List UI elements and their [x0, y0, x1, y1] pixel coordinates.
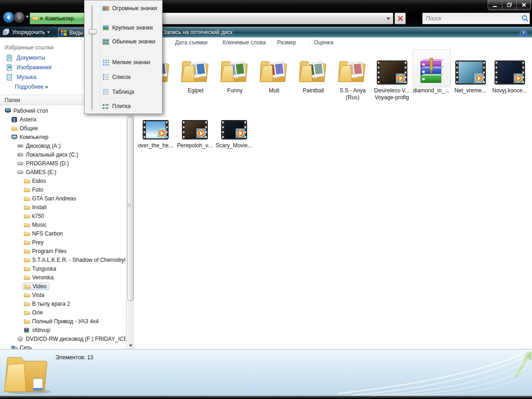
file-list-area: ClubEgipetFunnyMultPaintballS.S - Anya (…: [134, 48, 532, 350]
tree-item[interactable]: Сеть: [0, 343, 126, 350]
stop-button[interactable]: [394, 12, 406, 24]
column-header-1[interactable]: Дата съемки: [169, 37, 217, 48]
file-icon-box[interactable]: [215, 50, 254, 86]
file-icon-box[interactable]: [175, 117, 214, 141]
views-menu-item-6[interactable]: Таблица: [100, 87, 162, 97]
file-icon-box[interactable]: [451, 50, 490, 86]
minimize-button[interactable]: [488, 0, 502, 10]
column-header-label: Оценка: [314, 39, 333, 46]
file-item[interactable]: Net_vreme...: [451, 50, 490, 94]
search-input[interactable]: [423, 15, 520, 22]
views-menu-item-1[interactable]: Огромные значки: [100, 4, 162, 13]
tree-item[interactable]: Оля: [0, 308, 126, 317]
folder-icon: [24, 213, 30, 219]
tree-item[interactable]: Install: [0, 203, 126, 212]
tree-item-selected[interactable]: Video: [23, 283, 49, 290]
column-header-4[interactable]: Оценка: [308, 37, 355, 48]
tree-item[interactable]: Общие: [0, 124, 126, 133]
file-icon-box[interactable]: [411, 50, 451, 86]
file-item[interactable]: Funny: [215, 50, 254, 94]
tree-item[interactable]: Tunguska: [0, 264, 126, 273]
views-slider-thumb[interactable]: [88, 29, 97, 35]
tree-item[interactable]: Prey: [0, 238, 126, 247]
tree-item[interactable]: Program Files: [0, 247, 126, 255]
file-icon-box[interactable]: [136, 117, 175, 141]
file-item[interactable]: Novyj.konce...: [490, 50, 529, 94]
views-menu-item-3[interactable]: Обычные значки: [100, 37, 162, 46]
file-item[interactable]: Egipet: [176, 50, 215, 94]
tree-item[interactable]: Video: [0, 282, 126, 290]
tree-item[interactable]: PROGRAMS (D:): [0, 159, 126, 168]
favorites-more-link[interactable]: Подробнее »: [15, 84, 48, 90]
file-icon-box[interactable]: [254, 50, 294, 86]
tree-item[interactable]: Vista: [0, 290, 126, 299]
breadcrumb-item-computer[interactable]: Компьютер: [45, 15, 74, 22]
back-button[interactable]: [3, 12, 14, 23]
tree-item[interactable]: Asterix: [0, 115, 126, 124]
scrollbar-down-button[interactable]: [127, 342, 134, 349]
file-item[interactable]: Mult: [254, 50, 294, 94]
tree-item-label: PROGRAMS (D:): [26, 160, 69, 167]
tree-item[interactable]: GAMES (E:): [0, 168, 126, 176]
tree-item[interactable]: Foto: [0, 185, 126, 194]
file-icon-box[interactable]: [333, 50, 372, 86]
tree-item[interactable]: Дисковод (A:): [0, 141, 126, 150]
file-item[interactable]: Scary_Movie...: [214, 117, 254, 149]
close-icon: [521, 2, 526, 7]
tree-item[interactable]: k750: [0, 212, 126, 220]
file-item[interactable]: over_the_he...: [136, 117, 175, 149]
burn-disc-button[interactable]: Запись на оптический диск: [163, 27, 233, 37]
organize-button[interactable]: Упорядочить: [3, 27, 50, 37]
file-item[interactable]: Desireless-V... Voyage-profig: [372, 50, 411, 101]
tree-item[interactable]: NFS Carbon: [0, 229, 126, 238]
search-box[interactable]: [422, 12, 530, 24]
views-slider-track[interactable]: [91, 5, 93, 110]
window-bottom-edge: [0, 396, 532, 399]
address-dropdown-icon[interactable]: [387, 18, 390, 20]
views-menu-item-5[interactable]: Список: [100, 73, 162, 82]
tree-item[interactable]: GTA San Andreas: [0, 194, 126, 203]
command-toolbar: Упорядочить Виды Запись на оптический ди…: [0, 27, 532, 37]
views-dropdown-menu: Огромные значкиКрупные значкиОбычные зна…: [84, 0, 163, 114]
scrollbar-thumb[interactable]: [127, 116, 134, 301]
file-icon-box[interactable]: [490, 50, 529, 86]
tree-item[interactable]: Music: [0, 220, 126, 229]
close-button[interactable]: [517, 0, 531, 10]
file-icon-box[interactable]: [372, 50, 411, 86]
tree-item[interactable]: Eidos: [0, 176, 126, 185]
folder-icon: [24, 266, 30, 272]
file-item[interactable]: diamond_in_...: [411, 50, 451, 94]
column-header-3[interactable]: Размер: [272, 37, 308, 48]
views-menu-item-7[interactable]: Плитка: [100, 102, 162, 111]
tree-item[interactable]: Veronika: [0, 273, 126, 282]
forward-button[interactable]: [13, 12, 25, 23]
tree-item-label: Полный Привод - УАЗ 4x4: [32, 318, 99, 325]
file-item[interactable]: S.S - Anya (Rus): [333, 50, 372, 101]
tree-item[interactable]: В тылу врага 2: [0, 299, 126, 308]
file-icon-box[interactable]: [214, 117, 254, 141]
file-icon-box[interactable]: [294, 50, 333, 86]
recent-pages-dropdown[interactable]: [25, 16, 29, 18]
column-header-2[interactable]: Ключевые слова: [217, 37, 272, 48]
search-icon[interactable]: [520, 14, 530, 23]
file-item[interactable]: Perepoloh_v...: [175, 117, 214, 149]
restore-button[interactable]: [502, 0, 517, 10]
folder-icon: [24, 301, 30, 307]
tree-item[interactable]: S.T.A.L.K.E.R. - Shadow of Chernobyl N: [0, 255, 126, 264]
tree-item[interactable]: Компьютер: [0, 133, 126, 141]
tree-item[interactable]: DVD/CD-RW дисковод (F:) FRIDAY_ICE_: [0, 334, 126, 343]
file-icon-box[interactable]: [176, 50, 215, 86]
tree-item-label: NFS Carbon: [32, 230, 63, 237]
tree-item[interactable]: Локальный диск (C:): [0, 150, 126, 159]
views-menu-item-4[interactable]: Мелкие значки: [100, 58, 162, 67]
rar-icon: [24, 327, 30, 333]
folder-icon: [24, 318, 30, 325]
breadcrumb[interactable]: Компьютер: [32, 13, 74, 24]
views-menu-item-2[interactable]: Крупные значки: [100, 23, 162, 32]
tree-item[interactable]: sfdrvup: [0, 326, 126, 334]
tree-scrollbar[interactable]: [126, 114, 134, 350]
tree-item[interactable]: Полный Привод - УАЗ 4x4: [0, 317, 126, 326]
rar-file-icon: [418, 57, 445, 85]
file-item[interactable]: Paintball: [294, 50, 333, 94]
video-icon: [377, 60, 407, 85]
